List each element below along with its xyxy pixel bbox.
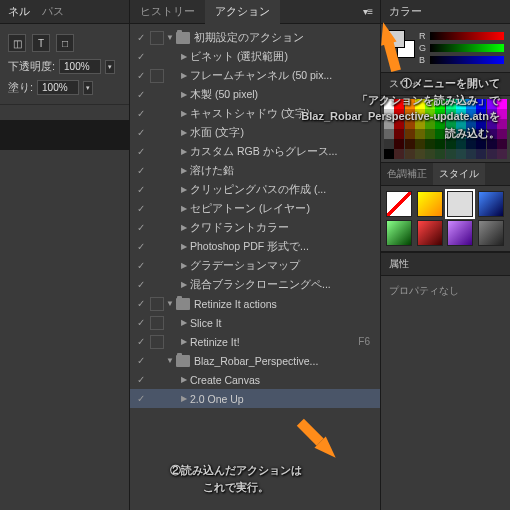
tab-channel[interactable]: ネル	[8, 4, 30, 19]
swatch[interactable]	[394, 119, 404, 129]
swatch[interactable]	[405, 99, 415, 109]
swatch[interactable]	[405, 129, 415, 139]
style-swatch[interactable]	[447, 191, 473, 217]
swatch[interactable]	[487, 109, 497, 119]
swatch[interactable]	[446, 109, 456, 119]
expand-icon[interactable]: ▶	[178, 52, 190, 61]
action-item[interactable]: ▶ 溶けた鉛	[130, 161, 380, 180]
action-item[interactable]: ▶ クリッピングパスの作成 (...	[130, 180, 380, 199]
swatch[interactable]	[435, 99, 445, 109]
check-icon[interactable]	[134, 145, 148, 159]
swatch[interactable]	[425, 149, 435, 159]
dialog-toggle[interactable]	[150, 69, 164, 83]
check-icon[interactable]	[134, 335, 148, 349]
swatch[interactable]	[476, 99, 486, 109]
swatch[interactable]	[384, 109, 394, 119]
swatch[interactable]	[446, 149, 456, 159]
swatch[interactable]	[425, 109, 435, 119]
style-swatch[interactable]	[478, 220, 504, 246]
action-item[interactable]: ▶ 2.0 One Up	[130, 389, 380, 408]
swatch[interactable]	[405, 149, 415, 159]
style-swatch[interactable]	[478, 191, 504, 217]
expand-icon[interactable]: ▶	[178, 318, 190, 327]
g-slider[interactable]	[430, 44, 504, 52]
fg-swatch[interactable]	[387, 30, 405, 48]
swatch[interactable]	[497, 119, 507, 129]
check-icon[interactable]	[134, 392, 148, 406]
swatch[interactable]	[394, 139, 404, 149]
swatch[interactable]	[435, 109, 445, 119]
swatch[interactable]	[456, 129, 466, 139]
swatch[interactable]	[415, 99, 425, 109]
swatch[interactable]	[415, 139, 425, 149]
check-icon[interactable]	[134, 221, 148, 235]
swatch[interactable]	[446, 99, 456, 109]
check-icon[interactable]	[134, 259, 148, 273]
swatch[interactable]	[394, 129, 404, 139]
swatch[interactable]	[425, 129, 435, 139]
swatch[interactable]	[384, 129, 394, 139]
action-item[interactable]: ▶ キャストシャドウ (文字)	[130, 104, 380, 123]
swatch[interactable]	[425, 99, 435, 109]
check-icon[interactable]	[134, 373, 148, 387]
check-icon[interactable]	[134, 107, 148, 121]
action-item[interactable]: ▶ ビネット (選択範囲)	[130, 47, 380, 66]
swatch[interactable]	[487, 149, 497, 159]
style-swatch[interactable]	[386, 191, 412, 217]
swatch[interactable]	[435, 149, 445, 159]
swatch[interactable]	[476, 139, 486, 149]
check-icon[interactable]	[134, 126, 148, 140]
expand-icon[interactable]: ▼	[164, 356, 176, 365]
swatch[interactable]	[487, 99, 497, 109]
swatch[interactable]	[446, 119, 456, 129]
fill-input[interactable]: 100%	[37, 80, 79, 95]
swatch[interactable]	[497, 109, 507, 119]
action-item[interactable]: ▶ Slice It	[130, 313, 380, 332]
expand-icon[interactable]: ▼	[164, 299, 176, 308]
fill-dropdown[interactable]: ▾	[83, 81, 93, 95]
swatch[interactable]	[415, 129, 425, 139]
swatch[interactable]	[425, 139, 435, 149]
expand-icon[interactable]: ▶	[178, 337, 190, 346]
swatch[interactable]	[476, 109, 486, 119]
swatch[interactable]	[394, 109, 404, 119]
tab-style[interactable]: スタイル	[433, 163, 485, 185]
swatch[interactable]	[466, 119, 476, 129]
check-icon[interactable]	[134, 69, 148, 83]
style-swatch[interactable]	[447, 220, 473, 246]
swatch[interactable]	[405, 119, 415, 129]
swatch[interactable]	[497, 139, 507, 149]
expand-icon[interactable]: ▶	[178, 375, 190, 384]
swatch[interactable]	[456, 119, 466, 129]
swatch[interactable]	[487, 139, 497, 149]
swatch[interactable]	[476, 129, 486, 139]
action-item[interactable]: ▶ Create Canvas	[130, 370, 380, 389]
expand-icon[interactable]: ▶	[178, 261, 190, 270]
style-swatch[interactable]	[417, 220, 443, 246]
check-icon[interactable]	[134, 88, 148, 102]
swatch[interactable]	[384, 99, 394, 109]
tab-adjust[interactable]: 色調補正	[381, 163, 433, 185]
style-swatch[interactable]	[386, 220, 412, 246]
action-item[interactable]: ▶ カスタム RGB からグレース...	[130, 142, 380, 161]
swatch[interactable]	[466, 109, 476, 119]
swatch[interactable]	[487, 129, 497, 139]
expand-icon[interactable]: ▶	[178, 90, 190, 99]
check-icon[interactable]	[134, 31, 148, 45]
swatch[interactable]	[446, 139, 456, 149]
swatch[interactable]	[415, 149, 425, 159]
swatch[interactable]	[446, 129, 456, 139]
dialog-toggle[interactable]	[150, 31, 164, 45]
fg-bg-swatches[interactable]	[387, 30, 415, 58]
check-icon[interactable]	[134, 202, 148, 216]
swatch[interactable]	[456, 109, 466, 119]
style-swatch[interactable]	[417, 191, 443, 217]
expand-icon[interactable]: ▼	[164, 33, 176, 42]
expand-icon[interactable]: ▶	[178, 128, 190, 137]
action-item[interactable]: ▼ Blaz_Robar_Perspective...	[130, 351, 380, 370]
expand-icon[interactable]: ▶	[178, 204, 190, 213]
action-item[interactable]: ▶ Retinize It! F6	[130, 332, 380, 351]
dialog-toggle[interactable]	[150, 297, 164, 311]
expand-icon[interactable]: ▶	[178, 280, 190, 289]
expand-icon[interactable]: ▶	[178, 242, 190, 251]
